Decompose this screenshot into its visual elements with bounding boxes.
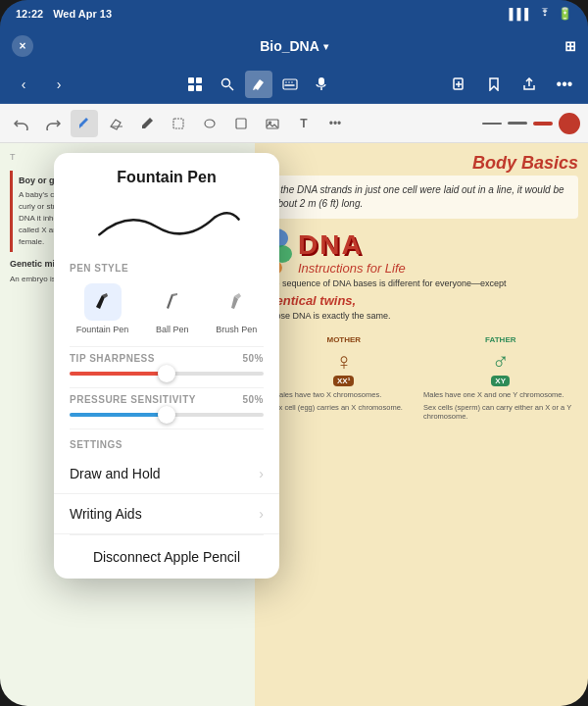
drawing-tools-left: T ••• (8, 110, 349, 137)
document-title[interactable]: Bio_DNA ▾ (260, 38, 328, 54)
toolbar-right: ••• (445, 71, 578, 98)
dna-content-area: Body Basics If the DNA strands in just o… (255, 143, 588, 706)
pen-button[interactable] (245, 71, 272, 98)
svg-point-18 (205, 120, 215, 127)
stroke-medium[interactable] (508, 122, 527, 125)
males-text: Males have one X and one Y chromosome. (423, 390, 578, 399)
draw-and-hold-row[interactable]: Draw and Hold › (54, 454, 279, 494)
wifi-icon (538, 8, 552, 20)
dna-note: If the DNA strands in just one cell were… (265, 176, 578, 219)
nav-back-button[interactable]: ‹ (10, 71, 37, 98)
more-tools-button[interactable]: ••• (321, 110, 349, 137)
color-picker[interactable] (559, 113, 580, 134)
svg-rect-6 (283, 79, 297, 89)
stroke-thick[interactable] (533, 122, 553, 126)
females-text: Females have two X chromosomes. (265, 390, 419, 399)
nav-forward-button[interactable]: › (45, 71, 73, 98)
battery-icon: 🔋 (558, 7, 572, 21)
more-options-button[interactable]: ••• (551, 71, 578, 98)
drawing-toolbar: T ••• (0, 104, 588, 143)
pencil-tool[interactable] (133, 110, 161, 137)
navigation-toolbar: ‹ › (0, 65, 588, 104)
fountain-pen-label: Fountain Pen (76, 325, 129, 334)
toolbar-left: ‹ › (10, 71, 73, 98)
eraser-tool[interactable] (102, 110, 129, 137)
ball-pen-style[interactable]: Ball Pen (154, 283, 191, 334)
tip-sharpness-thumb[interactable] (158, 365, 175, 382)
drawing-tools-right (482, 113, 580, 134)
bookmark-button[interactable] (480, 71, 508, 98)
draw-and-hold-arrow: › (259, 466, 264, 481)
tip-sharpness-label-row: TIP SHARPNESS 50% (70, 353, 264, 364)
brush-pen-label: Brush Pen (216, 325, 257, 334)
view-button[interactable]: ⊞ (564, 38, 576, 54)
image-tool[interactable] (259, 110, 286, 137)
svg-rect-0 (188, 77, 194, 83)
mother-figure: ♀ XX¹ (333, 348, 354, 386)
writing-aids-label: Writing Aids (70, 506, 142, 522)
pressure-sensitivity-track[interactable] (70, 413, 264, 417)
dna-main-title: DNA Instructions for Life (298, 231, 406, 276)
shape-tool[interactable] (227, 110, 255, 137)
dropdown-icon: ▾ (323, 41, 328, 52)
egg-text: A sex cell (egg) carries an X chromosome… (265, 403, 419, 412)
ball-pen-label: Ball Pen (156, 325, 189, 334)
dna-title-area: DNA Instructions for Life (265, 227, 578, 276)
mother-column: MOTHER (326, 335, 361, 344)
pressure-sensitivity-fill (70, 413, 167, 417)
svg-point-4 (222, 78, 230, 86)
chromosome-diagram: MOTHER FATHER ♀ XX¹ ♂ XY (265, 331, 578, 425)
redo-button[interactable] (39, 110, 67, 137)
dna-description: The sequence of DNA bases is different f… (265, 277, 578, 324)
settings-section-label: SETTINGS (54, 429, 279, 454)
share-button[interactable] (515, 71, 543, 98)
pen-style-label: PEN STYLE (54, 259, 279, 279)
time: 12:22 (16, 8, 43, 20)
brush-pen-style[interactable]: Brush Pen (216, 283, 257, 334)
fountain-pen-icon (84, 283, 122, 321)
status-bar: 12:22 Wed Apr 13 ▌▌▌ 🔋 (0, 0, 588, 27)
microphone-button[interactable] (308, 71, 335, 98)
svg-rect-17 (173, 119, 183, 128)
pen-settings-popup: Fountain Pen PEN STYLE Fountain (54, 153, 279, 579)
signal-icon: ▌▌▌ (510, 8, 532, 20)
undo-button[interactable] (8, 110, 35, 137)
stroke-thin[interactable] (482, 123, 502, 125)
tip-sharpness-track[interactable] (70, 372, 264, 376)
selection-tool[interactable] (165, 110, 192, 137)
device-frame: 12:22 Wed Apr 13 ▌▌▌ 🔋 × Bio_DNA ▾ ⊞ ‹ (0, 0, 588, 706)
father-column: FATHER (485, 335, 515, 344)
fountain-pen-tool[interactable] (71, 110, 98, 137)
svg-rect-11 (318, 77, 324, 85)
disconnect-apple-pencil-button[interactable]: Disconnect Apple Pencil (54, 535, 279, 579)
svg-line-5 (229, 86, 233, 90)
svg-rect-1 (196, 77, 202, 83)
search-button[interactable] (214, 71, 241, 98)
popup-title: Fountain Pen (54, 153, 279, 190)
ball-pen-icon (154, 283, 191, 321)
date: Wed Apr 13 (53, 8, 112, 20)
close-button[interactable]: × (12, 35, 33, 57)
title-bar: × Bio_DNA ▾ ⊞ (0, 27, 588, 65)
status-right: ▌▌▌ 🔋 (510, 7, 572, 21)
text-tool[interactable]: T (290, 110, 318, 137)
draw-and-hold-label: Draw and Hold (70, 466, 161, 481)
body-basics-header: Body Basics (265, 153, 578, 174)
toolbar-center (182, 71, 335, 98)
keyboard-button[interactable] (276, 71, 304, 98)
add-page-button[interactable] (445, 71, 472, 98)
status-left: 12:22 Wed Apr 13 (16, 8, 112, 20)
sperm-text: Sex cells (sperm) can carry either an X … (423, 403, 578, 421)
svg-rect-2 (188, 85, 194, 91)
lasso-tool[interactable] (196, 110, 223, 137)
main-content: T Boy or girl? A baby's characteristics … (0, 143, 588, 706)
grid-view-button[interactable] (182, 71, 210, 98)
writing-aids-row[interactable]: Writing Aids › (54, 494, 279, 534)
pressure-sensitivity-thumb[interactable] (158, 406, 175, 424)
pen-stroke-preview (54, 190, 279, 259)
pen-styles-row: Fountain Pen Ball Pen (54, 279, 279, 346)
pressure-sensitivity-label-row: PRESSURE SENSITIVITY 50% (70, 394, 264, 405)
fountain-pen-style[interactable]: Fountain Pen (76, 283, 129, 334)
brush-pen-icon (218, 283, 255, 321)
stroke-options (482, 113, 580, 134)
